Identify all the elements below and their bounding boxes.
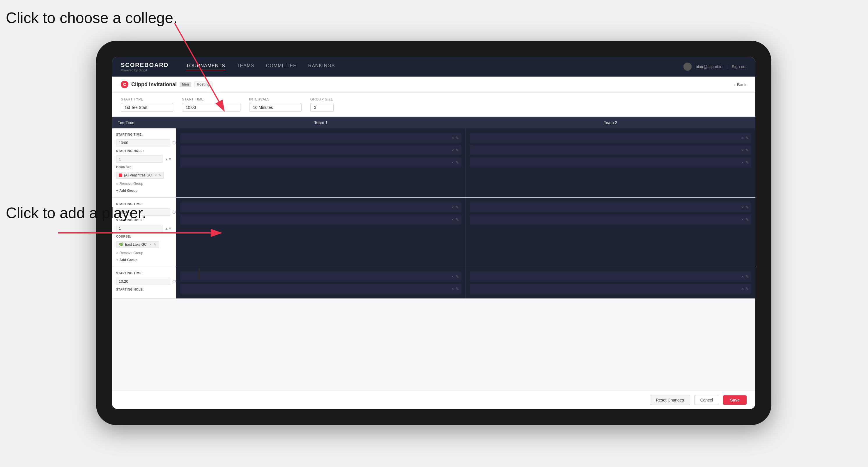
group-1-time[interactable] (116, 139, 170, 147)
group-size-select[interactable]: 3 (310, 103, 334, 112)
edit-icon[interactable]: ✎ (456, 274, 459, 279)
edit-icon[interactable]: ✎ (745, 274, 749, 279)
start-type-select[interactable]: 1st Tee Start (121, 103, 173, 112)
nav-rankings[interactable]: RANKINGS (308, 63, 335, 70)
edit-icon[interactable]: ✎ (745, 136, 749, 140)
th-team1: Team 1 (176, 117, 466, 128)
th-tee-time: Tee Time (112, 117, 176, 128)
player-slot[interactable]: × ✎ (470, 284, 751, 294)
nav-committee[interactable]: COMMITTEE (266, 63, 297, 70)
edit-course-1[interactable]: ✎ (158, 173, 161, 177)
start-time-label: Start Time (182, 97, 241, 101)
player-slot[interactable]: × ✎ (180, 145, 461, 155)
course-icon-1 (119, 174, 122, 177)
course-tag-1[interactable]: (A) Peachtree GC × ✎ (116, 172, 164, 179)
close-icon[interactable]: × (741, 136, 744, 140)
nav-tournaments[interactable]: TOURNAMENTS (186, 63, 225, 70)
edit-icon[interactable]: ✎ (456, 136, 459, 140)
group-size-group: Group Size 3 (310, 97, 334, 112)
back-button[interactable]: ‹ Back (734, 82, 747, 87)
close-icon[interactable]: × (452, 136, 454, 140)
player-slot[interactable]: × ✎ (470, 133, 751, 143)
group-2-team2: × ✎ × ✎ (466, 198, 755, 267)
close-icon[interactable]: × (741, 205, 744, 210)
player-slot[interactable]: × ✎ (180, 133, 461, 143)
table-header: Tee Time Team 1 Team 2 (112, 117, 755, 128)
close-icon[interactable]: × (741, 148, 744, 153)
edit-icon[interactable]: ✎ (456, 217, 459, 222)
close-icon[interactable]: × (741, 160, 744, 165)
player-slot[interactable]: × ✎ (180, 157, 461, 167)
footer-bar: Reset Changes Cancel Save (112, 391, 755, 409)
group-3-info: STARTING TIME: ⏱ STARTING HOLE: (112, 267, 176, 299)
player-slot[interactable]: × ✎ (180, 272, 461, 282)
annotation-add-player: Click to add a player. (6, 204, 147, 222)
player-slot[interactable]: × ✎ (470, 145, 751, 155)
cancel-button[interactable]: Cancel (694, 395, 719, 405)
close-icon[interactable]: × (741, 217, 744, 222)
close-icon[interactable]: × (741, 274, 744, 279)
logo-title: SCOREBOARD (121, 62, 168, 68)
close-icon[interactable]: × (452, 205, 454, 210)
remove-group-2[interactable]: ○Remove Group (116, 251, 172, 255)
table-row: STARTING TIME: ⏱ STARTING HOLE: 1 ▲▼ (112, 198, 755, 267)
edit-icon[interactable]: ✎ (745, 217, 749, 222)
remove-course-2[interactable]: × (150, 243, 152, 247)
group-2-hole[interactable]: 1 (116, 225, 163, 232)
player-slot[interactable]: × ✎ (470, 272, 751, 282)
add-group-1[interactable]: +Add Group (116, 189, 172, 193)
tablet-screen: SCOREBOARD Powered by clippd TOURNAMENTS… (112, 57, 755, 409)
remove-course-1[interactable]: × (155, 173, 157, 177)
edit-icon[interactable]: ✎ (456, 286, 459, 291)
nav-right: blair@clippd.io | Sign out (683, 63, 747, 71)
table-row: STARTING TIME: ⏱ STARTING HOLE: 1 ▲▼ (112, 128, 755, 198)
course-tag-2[interactable]: 🌿 East Lake GC × ✎ (116, 241, 159, 248)
intervals-group: Intervals 10 Minutes (249, 97, 302, 112)
close-icon[interactable]: × (452, 286, 454, 291)
close-icon[interactable]: × (452, 274, 454, 279)
edit-icon[interactable]: ✎ (745, 286, 749, 291)
sign-out-link[interactable]: Sign out (732, 64, 747, 69)
starting-time-label: STARTING TIME: (116, 133, 172, 136)
close-icon[interactable]: × (452, 217, 454, 222)
player-slot[interactable]: × ✎ (180, 284, 461, 294)
nav-teams[interactable]: TEAMS (237, 63, 254, 70)
content-area: Start Type 1st Tee Start Start Time Inte… (112, 93, 755, 409)
start-type-group: Start Type 1st Tee Start (121, 97, 173, 112)
side-button (198, 268, 200, 280)
gender-badge: Men (180, 82, 191, 87)
logo-sub: Powered by clippd (121, 68, 168, 72)
add-group-2[interactable]: +Add Group (116, 258, 172, 262)
group-3-team1: × ✎ × ✎ (176, 267, 466, 299)
group-1-hole[interactable]: 1 (116, 155, 163, 163)
edit-icon[interactable]: ✎ (456, 160, 459, 165)
group-size-label: Group Size (310, 97, 334, 101)
reset-changes-button[interactable]: Reset Changes (650, 395, 690, 405)
edit-icon[interactable]: ✎ (456, 205, 459, 210)
hosting-badge: Hosting (194, 82, 213, 87)
start-time-input[interactable] (182, 103, 241, 112)
player-slot[interactable]: × ✎ (470, 215, 751, 224)
group-3-time[interactable] (116, 278, 170, 285)
intervals-select[interactable]: 10 Minutes (249, 103, 302, 112)
intervals-label: Intervals (249, 97, 302, 101)
player-slot[interactable]: × ✎ (180, 215, 461, 224)
edit-icon[interactable]: ✎ (745, 148, 749, 153)
close-icon[interactable]: × (452, 148, 454, 153)
edit-icon[interactable]: ✎ (745, 205, 749, 210)
remove-group-1[interactable]: ○Remove Group (116, 182, 172, 186)
edit-icon[interactable]: ✎ (745, 160, 749, 165)
edit-icon[interactable]: ✎ (456, 148, 459, 153)
player-slot[interactable]: × ✎ (470, 157, 751, 167)
player-slot[interactable]: × ✎ (470, 203, 751, 212)
close-icon[interactable]: × (452, 160, 454, 165)
user-email: blair@clippd.io (696, 64, 722, 69)
table-row: STARTING TIME: ⏱ STARTING HOLE: × ✎ (112, 267, 755, 299)
edit-course-2[interactable]: ✎ (153, 243, 156, 247)
schedule-table: Tee Time Team 1 Team 2 STARTING TIME: ⏱ (112, 117, 755, 391)
save-button[interactable]: Save (723, 395, 747, 405)
annotation-choose-college: Click to choose a college. (6, 9, 178, 27)
close-icon[interactable]: × (741, 286, 744, 291)
player-slot[interactable]: × ✎ (180, 203, 461, 212)
group-1-team2: × ✎ × ✎ × ✎ (466, 128, 755, 197)
